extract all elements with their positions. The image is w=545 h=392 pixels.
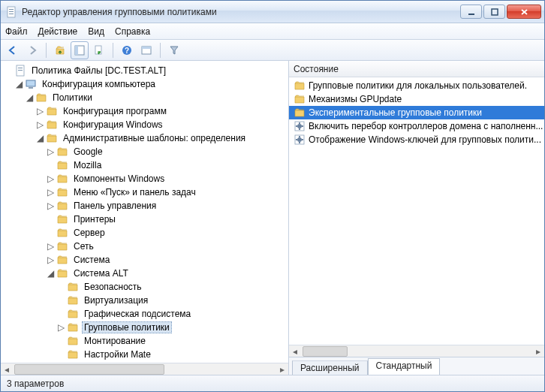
app-icon bbox=[5, 6, 17, 18]
tree-horizontal-scrollbar[interactable]: ◂ ▸ bbox=[1, 363, 288, 375]
tree-security[interactable]: ▷ Безопасность bbox=[4, 280, 288, 294]
menu-file[interactable]: Файл bbox=[5, 26, 28, 37]
up-button[interactable] bbox=[51, 41, 69, 59]
list-body[interactable]: Групповые политики для локальных пользов… bbox=[289, 77, 544, 345]
tree-google[interactable]: ▷ Google bbox=[4, 145, 288, 158]
tree-label: Сеть bbox=[71, 240, 96, 252]
svg-rect-20 bbox=[299, 122, 300, 124]
folder-icon bbox=[67, 321, 79, 333]
collapse-icon[interactable]: ◢ bbox=[35, 134, 44, 143]
tree-server[interactable]: ▷ Сервер bbox=[4, 226, 288, 240]
scroll-thumb[interactable] bbox=[14, 364, 164, 375]
tree-root[interactable]: ▷ Политика Файлы [DC.TEST.ALT] bbox=[4, 64, 288, 77]
folder-icon bbox=[56, 227, 68, 239]
folder-icon bbox=[46, 119, 58, 131]
tree-group-policies[interactable]: ▷ Групповые политики bbox=[4, 321, 288, 334]
expand-icon[interactable]: ▷ bbox=[46, 242, 55, 251]
tree-admin-templates[interactable]: ◢ Административные шаблоны: определения bbox=[4, 131, 288, 145]
tree-computer-config[interactable]: ◢ Конфигурация компьютера bbox=[4, 77, 288, 91]
tree-system[interactable]: ▷ Система bbox=[4, 253, 288, 267]
tree-windows-config[interactable]: ▷ Конфигурация Windows bbox=[4, 118, 288, 131]
expand-icon[interactable]: ▷ bbox=[46, 201, 55, 210]
svg-rect-4 bbox=[468, 14, 474, 15]
back-button[interactable] bbox=[4, 41, 22, 59]
policy-tree[interactable]: ▷ Политика Файлы [DC.TEST.ALT] ◢ Конфигу… bbox=[1, 61, 288, 363]
collapse-icon[interactable]: ◢ bbox=[46, 269, 55, 278]
tree-network[interactable]: ▷ Сеть bbox=[4, 240, 288, 253]
scroll-left-icon[interactable]: ◂ bbox=[1, 363, 13, 375]
computer-icon bbox=[25, 78, 37, 90]
tree-label: Конфигурация программ bbox=[61, 105, 169, 117]
expand-icon[interactable]: ▷ bbox=[35, 120, 44, 129]
tree-label: Политика Файлы [DC.TEST.ALT] bbox=[29, 65, 168, 77]
list-item[interactable]: Экспериментальные групповые политики bbox=[289, 106, 544, 119]
maximize-button[interactable] bbox=[483, 5, 505, 19]
list-item[interactable]: Механизмы GPUpdate bbox=[289, 92, 544, 106]
tree-virtualization[interactable]: ▷ Виртуализация bbox=[4, 294, 288, 307]
scroll-right-icon[interactable]: ▸ bbox=[532, 345, 544, 357]
folder-icon bbox=[56, 200, 68, 212]
svg-point-19 bbox=[297, 124, 302, 128]
list-item[interactable]: Групповые политики для локальных пользов… bbox=[289, 79, 544, 92]
tree-label: Mozilla bbox=[71, 159, 104, 171]
list-horizontal-scrollbar[interactable]: ◂ ▸ bbox=[289, 345, 544, 357]
help-button[interactable]: ? bbox=[118, 41, 136, 59]
menu-help[interactable]: Справка bbox=[115, 26, 150, 37]
tree-start-menu[interactable]: ▷ Меню «Пуск» и панель задач bbox=[4, 185, 288, 199]
export-button[interactable] bbox=[90, 41, 108, 59]
properties-button[interactable] bbox=[137, 41, 155, 59]
tree-windows-components[interactable]: ▷ Компоненты Windows bbox=[4, 172, 288, 185]
minimize-button[interactable] bbox=[460, 5, 482, 19]
list-item[interactable]: Включить перебор контроллеров домена с н… bbox=[289, 119, 544, 133]
scroll-left-icon[interactable]: ◂ bbox=[289, 345, 301, 357]
collapse-icon[interactable]: ◢ bbox=[14, 80, 23, 89]
collapse-icon[interactable]: ◢ bbox=[25, 93, 34, 102]
svg-rect-17 bbox=[29, 87, 33, 89]
details-pane: Состояние Групповые политики для локальн… bbox=[289, 61, 544, 375]
folder-icon bbox=[56, 186, 68, 198]
svg-rect-1 bbox=[9, 9, 14, 10]
expand-icon[interactable]: ▷ bbox=[46, 188, 55, 197]
tree-graphics-subsystem[interactable]: ▷ Графическая подсистема bbox=[4, 307, 288, 321]
list-item[interactable]: Отображение Windows-ключей для групповых… bbox=[289, 133, 544, 146]
expand-icon[interactable]: ▷ bbox=[46, 255, 55, 264]
svg-rect-21 bbox=[299, 128, 300, 130]
svg-rect-15 bbox=[18, 70, 23, 71]
expand-icon[interactable]: ▷ bbox=[56, 323, 65, 332]
menu-action[interactable]: Действие bbox=[38, 26, 78, 37]
statusbar: 3 параметров bbox=[1, 375, 544, 391]
forward-button[interactable] bbox=[23, 41, 41, 59]
expand-icon[interactable]: ▷ bbox=[46, 147, 55, 156]
menu-view[interactable]: Вид bbox=[88, 26, 104, 37]
folder-icon bbox=[67, 294, 79, 306]
tree-mozilla[interactable]: ▷ Mozilla bbox=[4, 158, 288, 172]
scroll-thumb[interactable] bbox=[303, 346, 348, 357]
tree-system-alt[interactable]: ◢ Система ALT bbox=[4, 267, 288, 280]
show-tree-button[interactable] bbox=[71, 41, 89, 59]
filter-button[interactable] bbox=[165, 41, 183, 59]
folder-icon bbox=[56, 240, 68, 252]
tree-control-panel[interactable]: ▷ Панель управления bbox=[4, 199, 288, 213]
folder-icon bbox=[46, 105, 58, 117]
tree-printers[interactable]: ▷ Принтеры bbox=[4, 213, 288, 226]
folder-icon bbox=[56, 267, 68, 279]
tree-label: Конфигурация Windows bbox=[61, 119, 165, 131]
expand-icon[interactable]: ▷ bbox=[35, 107, 44, 116]
tree-software-config[interactable]: ▷ Конфигурация программ bbox=[4, 104, 288, 118]
toolbar: ? bbox=[1, 40, 544, 61]
tree-mounting[interactable]: ▷ Монтирование bbox=[4, 334, 288, 348]
folder-icon bbox=[294, 93, 306, 105]
list-column-header[interactable]: Состояние bbox=[289, 61, 544, 77]
tab-extended[interactable]: Расширенный bbox=[292, 360, 368, 375]
tree-label: Безопасность bbox=[82, 281, 144, 293]
folder-icon bbox=[56, 213, 68, 225]
folder-icon bbox=[56, 254, 68, 266]
folder-icon bbox=[294, 80, 306, 92]
tab-standard[interactable]: Стандартный bbox=[368, 358, 441, 375]
close-button[interactable] bbox=[507, 5, 541, 19]
expand-icon[interactable]: ▷ bbox=[46, 174, 55, 183]
scroll-right-icon[interactable]: ▸ bbox=[276, 363, 288, 375]
tree-policies[interactable]: ◢ Политики bbox=[4, 91, 288, 104]
tree-mate-settings[interactable]: ▷ Настройки Mate bbox=[4, 348, 288, 361]
svg-rect-16 bbox=[26, 80, 35, 86]
